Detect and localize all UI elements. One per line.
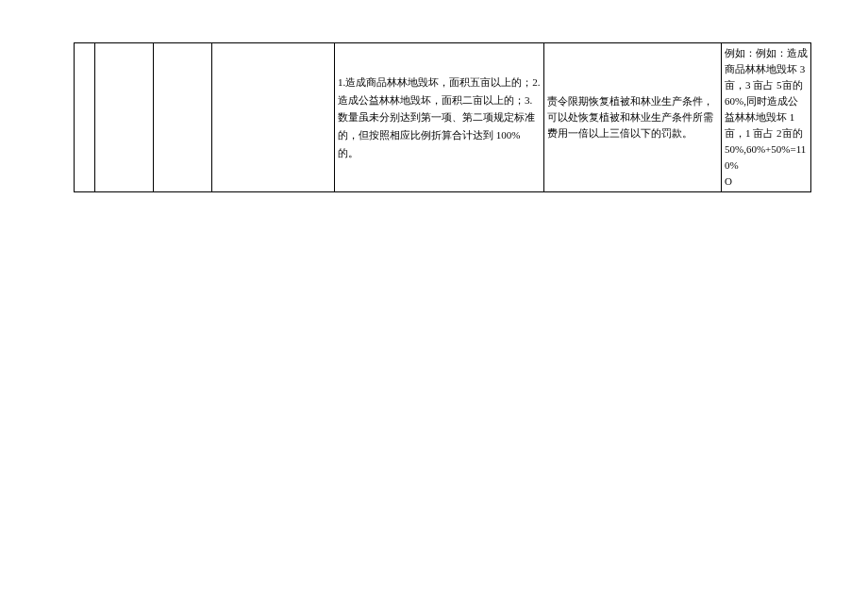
table-wrapper: 1.造成商品林林地毁坏，面积五亩以上的；2.造成公益林林地毁坏，面积二亩以上的；… — [74, 42, 810, 192]
cell-criteria: 1.造成商品林林地毁坏，面积五亩以上的；2.造成公益林林地毁坏，面积二亩以上的；… — [335, 43, 544, 192]
table-row: 1.造成商品林林地毁坏，面积五亩以上的；2.造成公益林林地毁坏，面积二亩以上的；… — [75, 43, 811, 192]
cell-index — [75, 43, 95, 192]
note-text-2: 50%,60%+50%=110% — [725, 143, 806, 171]
cell-note: 例如：例如：造成商品林林地毁坏 3 亩，3 亩占 5亩的 60%,同时造成公益林… — [722, 43, 811, 192]
cell-col2 — [95, 43, 154, 192]
cell-col4 — [212, 43, 335, 192]
cell-col3 — [154, 43, 212, 192]
cell-penalty: 责令限期恢复植被和林业生产条件，可以处恢复植被和林业生产条件所需费用一倍以上三倍… — [544, 43, 722, 192]
document-table: 1.造成商品林林地毁坏，面积五亩以上的；2.造成公益林林地毁坏，面积二亩以上的；… — [74, 42, 811, 192]
note-text-3: O — [725, 175, 732, 187]
note-text-1: 例如：例如：造成商品林林地毁坏 3 亩，3 亩占 5亩的 60%,同时造成公益林… — [725, 47, 808, 139]
